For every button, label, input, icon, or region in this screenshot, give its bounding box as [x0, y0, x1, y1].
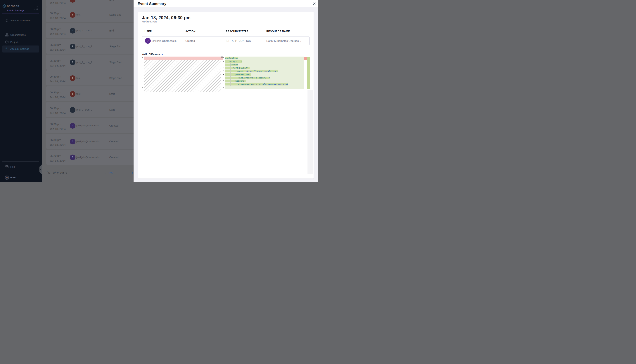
- svg-text:?: ?: [6, 166, 7, 167]
